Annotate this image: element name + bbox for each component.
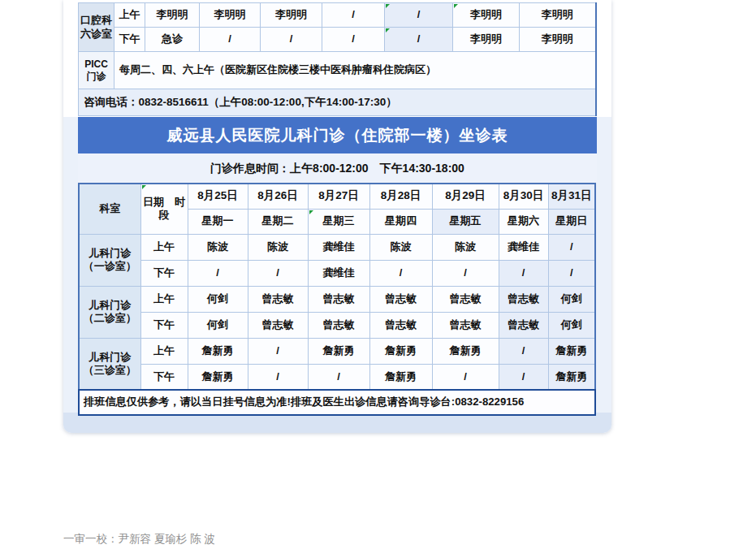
- schedule-cell: 星期一: [188, 209, 248, 234]
- schedule-cell: 急诊: [145, 28, 200, 52]
- schedule-cell: 李明明: [520, 3, 596, 28]
- oral-schedule-table: 口腔科 六诊室 上午 李明明李明明李明明//李明明李明明 下午 急诊////李明…: [78, 2, 597, 116]
- schedule-cell: 星期二: [248, 209, 308, 234]
- schedule-cell: /: [432, 260, 499, 286]
- schedule-cell: /: [548, 260, 595, 286]
- schedule-cell: 曾志敏: [432, 286, 499, 312]
- schedule-cell: 曾志敏: [308, 286, 369, 312]
- schedule-cell: 星期三: [308, 209, 369, 234]
- section-name-cell: 儿科门诊（二诊室）: [79, 286, 140, 338]
- schedule-cell: 龚维佳: [308, 260, 369, 286]
- period-cell: 下午: [140, 260, 188, 286]
- table-row: 科室 日期 时 段 8月25日8月26日8月27日8月28日8月29日8月30日…: [79, 184, 595, 209]
- schedule-cell: 李明明: [453, 28, 520, 52]
- schedule-cell: /: [499, 338, 548, 364]
- schedule-cell: 陈波: [248, 234, 308, 260]
- schedule-cell: /: [548, 234, 595, 260]
- table-row: 口腔科 六诊室 上午 李明明李明明李明明//李明明李明明: [79, 3, 596, 28]
- schedule-cell: 李明明: [453, 3, 520, 28]
- schedule-cell: 星期六: [499, 209, 548, 234]
- schedule-cell: 詹新勇: [188, 338, 248, 364]
- schedule-cell: /: [369, 260, 432, 286]
- schedule-cell: /: [308, 364, 369, 390]
- table-row: 儿科门诊（三诊室）上午詹新勇/詹新勇詹新勇詹新勇/詹新勇: [79, 338, 595, 364]
- schedule-cell: /: [200, 28, 261, 52]
- schedule-cell: 曾志敏: [308, 312, 369, 338]
- section-name-line: 儿科门诊: [80, 299, 140, 312]
- schedule-cell: 曾志敏: [248, 312, 308, 338]
- dept-name-line: 六诊室: [79, 28, 114, 41]
- section-name-line: 儿科门诊: [80, 247, 140, 260]
- period-cell: 上午: [114, 3, 145, 28]
- clinic-hours-text: 门诊作息时间：上午8:00-12:00 下午14:30-18:00: [78, 153, 597, 183]
- section-name-cell: 儿科门诊（一诊室）: [79, 234, 140, 286]
- phone-info-cell: 咨询电话：0832-8516611（上午08:00-12:00,下午14:00-…: [79, 89, 596, 116]
- schedule-cell: 陈波: [432, 234, 499, 260]
- schedule-cell: /: [432, 364, 499, 390]
- period-cell: 下午: [140, 312, 188, 338]
- schedule-cell: 陈波: [188, 234, 248, 260]
- schedule-cell: /: [499, 364, 548, 390]
- schedule-cell: 曾志敏: [499, 312, 548, 338]
- schedule-cell: 何剑: [548, 286, 595, 312]
- schedule-cell: 李明明: [145, 3, 200, 28]
- schedule-cell: 李明明: [520, 28, 596, 52]
- pediatric-schedule-table: 科室 日期 时 段 8月25日8月26日8月27日8月28日8月29日8月30日…: [78, 183, 596, 416]
- disclaimer-cell: 排班信息仅供参考，请以当日挂号信息为准!排班及医生出诊信息请咨询导诊台:0832…: [79, 390, 595, 415]
- schedule-cell: 詹新勇: [369, 338, 432, 364]
- schedule-cell: 龚维佳: [308, 234, 369, 260]
- schedule-cell: 曾志敏: [369, 312, 432, 338]
- schedule-cell: /: [322, 3, 385, 28]
- schedule-cell: 詹新勇: [308, 338, 369, 364]
- schedule-cell: 8月26日: [248, 184, 308, 209]
- period-cell: 上午: [140, 234, 188, 260]
- schedule-cell: /: [188, 260, 248, 286]
- dept-name-line: 门诊: [79, 71, 114, 83]
- period-cell: 上午: [140, 286, 188, 312]
- table-row: 下午何剑曾志敏曾志敏曾志敏曾志敏曾志敏何剑: [79, 312, 595, 338]
- schedule-cell: /: [248, 364, 308, 390]
- schedule-cell: 8月30日: [499, 184, 548, 209]
- period-cell: 上午: [140, 338, 188, 364]
- schedule-cell: 星期五: [432, 209, 499, 234]
- table-row: PICC 门诊 每周二、四、六上午（医院新区住院楼三楼中医科肿瘤科住院病区）: [79, 52, 596, 89]
- schedule-cell: 何剑: [548, 312, 595, 338]
- table-row: 下午詹新勇//詹新勇//詹新勇: [79, 364, 595, 390]
- schedule-cell: 詹新勇: [369, 364, 432, 390]
- table-row: 儿科门诊（二诊室）上午何剑曾志敏曾志敏曾志敏曾志敏曾志敏何剑: [79, 286, 595, 312]
- schedule-cell: 8月25日: [188, 184, 248, 209]
- review-credits: 一审一校：尹新容 夏瑜杉 陈 波 二审二校：宣传统战部 三审三校：杨 晓: [63, 472, 215, 549]
- section-name-line: （二诊室）: [80, 312, 140, 325]
- schedule-cell: 曾志敏: [499, 286, 548, 312]
- schedule-cell: 詹新勇: [432, 338, 499, 364]
- schedule-cell: 8月29日: [432, 184, 499, 209]
- dept-column-header: 科室: [79, 184, 140, 234]
- section-name-cell: 儿科门诊（三诊室）: [79, 338, 140, 390]
- header-line: 日期 时: [141, 196, 188, 209]
- table-row: 下午 急诊////李明明李明明: [79, 28, 596, 52]
- schedule-cell: /: [248, 338, 308, 364]
- dept-name-line: 口腔科: [79, 14, 114, 27]
- table-row: 咨询电话：0832-8516611（上午08:00-12:00,下午14:00-…: [79, 89, 596, 116]
- review-line: 一审一校：尹新容 夏瑜杉 陈 波: [63, 525, 215, 549]
- schedule-cell: 曾志敏: [432, 312, 499, 338]
- picc-schedule-cell: 每周二、四、六上午（医院新区住院楼三楼中医科肿瘤科住院病区）: [114, 52, 596, 89]
- schedule-cell: 李明明: [200, 3, 261, 28]
- schedule-cell: 8月28日: [369, 184, 432, 209]
- schedule-cell: 曾志敏: [369, 286, 432, 312]
- schedule-cell: /: [385, 28, 453, 52]
- schedule-cell: 詹新勇: [188, 364, 248, 390]
- article-page: 口腔科 六诊室 上午 李明明李明明李明明//李明明李明明 下午 急诊////李明…: [0, 0, 756, 549]
- header-line: 段: [141, 209, 188, 222]
- section-name-line: （三诊室）: [80, 364, 140, 377]
- schedule-cell: 詹新勇: [548, 364, 595, 390]
- table-row: 儿科门诊（一诊室）上午陈波陈波龚维佳陈波陈波龚维佳/: [79, 234, 595, 260]
- pediatric-table-title: 威远县人民医院儿科门诊（住院部一楼）坐诊表: [78, 117, 597, 153]
- schedule-cell: 星期日: [548, 209, 595, 234]
- schedule-cell: /: [385, 3, 453, 28]
- section-name-line: （一诊室）: [80, 260, 140, 273]
- schedule-cell: /: [261, 28, 322, 52]
- schedule-cell: 曾志敏: [248, 286, 308, 312]
- schedule-cell: /: [499, 260, 548, 286]
- oral-dept-cell: 口腔科 六诊室: [79, 3, 114, 52]
